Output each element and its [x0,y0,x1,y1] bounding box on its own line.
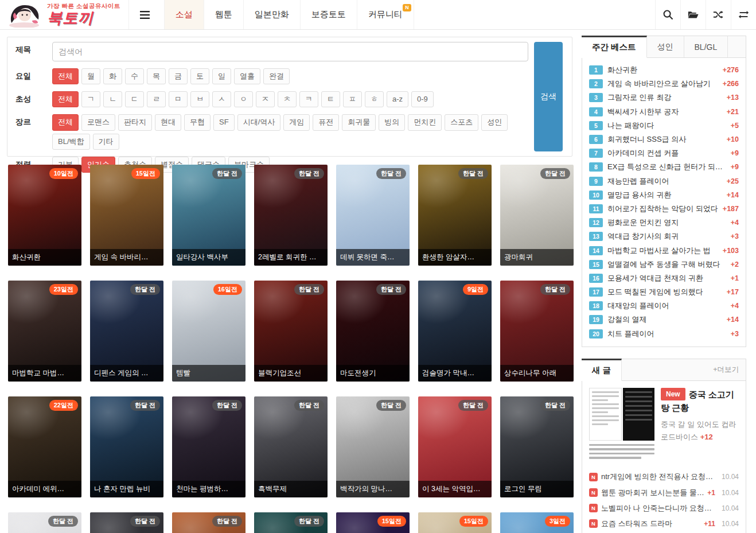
book-cover[interactable]: 한달 전 마도전생기 [336,281,410,382]
book-cover[interactable]: 한달 전 [254,512,328,533]
rank-row[interactable]: 13 역대급 창기사의 회귀 +3 [589,229,739,243]
featured-post[interactable]: New중국 소고기탕 근황 중국 갈 일 있어도 컵라로드바이스 +12 [582,381,746,468]
post-row[interactable]: N 노벨피아 나 안죽는다니까 요청드… 10.04 [589,500,739,516]
book-cover[interactable]: 한달 전 흑백무제 [254,396,328,497]
filter-button[interactable]: 토 [190,68,209,84]
filter-button[interactable]: 수 [125,68,144,84]
transfer-icon[interactable] [731,0,756,29]
menu-hamburger-button[interactable] [128,0,161,29]
filter-button[interactable]: 퓨전 [313,114,339,130]
rank-row[interactable]: 11 히어로가 집착하는 악당이 되었다 +187 [589,202,739,216]
filter-button[interactable]: 빙의 [379,114,405,130]
tab[interactable]: 성인 [647,36,684,57]
filter-button[interactable]: 화 [103,68,122,84]
book-cover[interactable]: 한달 전 천마는 평범하… [172,396,245,497]
filter-button[interactable]: ㄴ [103,91,122,107]
nav-item[interactable]: 커뮤니티 N [357,0,414,29]
rank-row[interactable]: 4 백씨세가 시한부 공자 +21 [589,105,739,119]
filter-button[interactable]: 월 [81,68,100,84]
post-row[interactable]: N 웹툰 광마회귀 보시는분들 물… +1 10.04 [589,485,739,500]
book-cover[interactable]: 한달 전 이 3세는 악역입… [418,396,492,497]
filter-button[interactable]: 목 [147,68,166,84]
tab[interactable]: 주간 베스트 [582,36,647,58]
rank-row[interactable]: 19 강철의 열제 +14 [589,313,739,326]
nav-item[interactable]: 일본만화 [243,0,300,29]
filter-button[interactable]: 금 [169,68,188,84]
nav-item[interactable]: 소설 [164,0,204,29]
filter-button[interactable]: 회귀물 [342,114,376,130]
rank-row[interactable]: 3 그림자로 인류 최강 +13 [589,91,739,104]
more-link[interactable]: +더보기 [706,359,746,380]
filter-button[interactable]: 스포츠 [445,114,478,130]
rank-row[interactable]: 8 EX급 특성으로 신화급 헌터가 되었다 +9 [589,160,739,174]
book-cover[interactable]: 15일전 게임 속 바바리… [90,165,163,266]
filter-button[interactable]: ㄹ [147,91,166,107]
site-logo[interactable]: 가장 빠른 소설공유사이트 북토끼 [0,0,128,29]
filter-button[interactable]: 게임 [283,114,310,130]
tab-new-posts[interactable]: 새 글 [582,359,622,381]
filter-button[interactable]: 시대/역사 [237,114,281,130]
book-cover[interactable]: 23일전 마법학교 마법… [8,281,81,382]
filter-button[interactable]: 판타지 [118,114,152,130]
filter-button[interactable]: 성인 [481,114,508,130]
filter-button[interactable]: ㅊ [278,91,297,107]
filter-button[interactable]: 현대 [155,114,181,130]
filter-button[interactable]: ㅈ [256,91,275,107]
book-cover[interactable]: 한달 전 나 혼자 만렙 뉴비 [90,396,163,497]
search-button[interactable]: 검색 [534,42,563,151]
tab[interactable]: BL/GL [684,36,728,57]
filter-button[interactable]: 전체 [52,91,79,107]
rank-row[interactable]: 15 얼떨결에 남주 동생을 구해 버렸다 +2 [589,258,739,271]
book-cover[interactable]: 한달 전 상수리나무 아래 [500,281,574,382]
book-cover[interactable]: 22일전 아카데미 에위… [8,396,81,497]
filter-button[interactable]: 0-9 [411,91,434,107]
filter-button[interactable]: ㅌ [321,91,340,107]
search-icon[interactable] [655,0,680,29]
post-row[interactable]: N ntr게임에 빙의한 전직용사 요청드… 10.04 [589,469,739,485]
filter-button[interactable]: ㅅ [212,91,231,107]
book-cover[interactable]: 한달 전 [172,512,245,533]
filter-button[interactable]: BL/백합 [52,134,90,150]
book-cover[interactable]: 한달 전 블랙기업조선 [254,281,328,382]
rank-row[interactable]: 20 치트 플레이어 +3 [589,327,739,341]
rank-row[interactable]: 12 평화로운 먼치킨 영지 +4 [589,216,739,229]
rank-row[interactable]: 17 모드 떡칠된 게임에 빙의했다 +17 [589,285,739,299]
book-cover[interactable]: 16일전 템빨 [172,281,245,382]
book-cover[interactable]: 한달 전 디펜스 게임의 … [90,281,163,382]
rank-row[interactable]: 5 나는 패왕이다 +5 [589,119,739,133]
book-cover[interactable]: 한달 전 [90,512,163,533]
book-cover[interactable]: 한달 전 2레벨로 회귀한 … [254,165,328,266]
filter-button[interactable]: ㄱ [81,91,100,107]
book-cover[interactable]: 한달 전 환생한 암살자… [418,165,492,266]
filter-button[interactable]: ㅂ [190,91,209,107]
book-cover[interactable]: 10일전 화산귀환 [8,165,81,266]
shuffle-icon[interactable] [706,0,731,29]
filter-button[interactable]: ㅋ [299,91,318,107]
rank-row[interactable]: 6 회귀했더니 SSS급 의사 +10 [589,133,739,146]
search-input[interactable] [52,42,528,61]
filter-button[interactable]: 일 [212,68,231,84]
rank-row[interactable]: 18 대재앙의 플레이어 +4 [589,299,739,313]
filter-button[interactable]: 먼치킨 [408,114,442,130]
rank-row[interactable]: 10 멸망급 용사의 귀환 +14 [589,188,739,202]
filter-button[interactable]: ㅇ [234,91,253,107]
book-cover[interactable]: 15일전 [336,512,410,533]
filter-button[interactable]: ㄷ [125,91,144,107]
filter-button[interactable]: ㅍ [343,91,362,107]
book-cover[interactable]: 한달 전 로그인 무림 [500,396,574,497]
rank-row[interactable]: 1 화산귀환 +276 [589,63,739,77]
book-cover[interactable]: 9일전 검술명가 막내… [418,281,492,382]
filter-button[interactable]: 무협 [184,114,211,130]
filter-button[interactable]: 열흘 [234,68,260,84]
nav-item[interactable]: 웹툰 [204,0,243,29]
rank-row[interactable]: 14 마법학교 마법사로 살아가는 법 +103 [589,243,739,257]
rank-row[interactable]: 16 모용세가 역대급 천재의 귀환 +1 [589,271,739,285]
rank-row[interactable]: 7 아카데미의 컨셉 커플 +9 [589,146,739,160]
filter-button[interactable]: 전체 [52,68,79,84]
book-cover[interactable]: 3일전 [500,512,574,533]
post-row[interactable]: N 요즘 스타워즈 드라마 +11 10.04 [589,516,739,531]
filter-button[interactable]: SF [213,114,235,130]
rank-row[interactable]: 9 재능만렙 플레이어 +25 [589,174,739,188]
nav-item[interactable]: 보증토토 [300,0,357,29]
rank-row[interactable]: 2 게임 속 바바리안으로 살아남기 +266 [589,77,739,91]
